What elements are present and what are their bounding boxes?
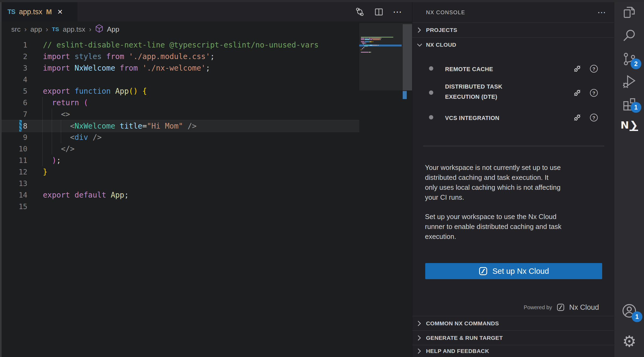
- code-line[interactable]: 9 <div />: [2, 132, 359, 143]
- setup-nx-cloud-button[interactable]: Set up Nx Cloud: [425, 263, 602, 279]
- explorer-icon[interactable]: [621, 4, 637, 20]
- code-line[interactable]: 8 <NxWelcome title="Hi Mom" />: [2, 120, 359, 132]
- line-number[interactable]: 1: [2, 41, 27, 49]
- code-line[interactable]: 11 );: [2, 155, 359, 166]
- chevron-down-icon: [416, 41, 423, 48]
- status-dot: [429, 90, 433, 95]
- status-dot: [429, 115, 433, 119]
- vscode-window: TS app.tsx M ✕ ⋯: [0, 0, 644, 357]
- extensions-badge: 1: [631, 102, 641, 113]
- code-line[interactable]: 7 <>: [2, 108, 359, 120]
- connect-icon[interactable]: [572, 112, 582, 123]
- code-line[interactable]: 3import NxWelcome from './nx-welcome';: [2, 62, 359, 74]
- brand-label: Nx Cloud: [569, 303, 599, 312]
- gutter-modified-marker: [19, 120, 22, 132]
- editor-group: TS app.tsx M ✕ ⋯: [2, 2, 412, 357]
- setup-instructions-text: Set up your workspace to use the Nx Clou…: [425, 212, 610, 242]
- line-number[interactable]: 9: [2, 133, 27, 141]
- cloud-item-remote-cache: REMOTE CACHE: [445, 64, 493, 74]
- line-number[interactable]: 10: [2, 145, 27, 153]
- chevron-right-icon: [416, 347, 422, 355]
- line-number[interactable]: 13: [2, 179, 27, 188]
- settings-gear-icon[interactable]: ⚙: [621, 333, 637, 349]
- line-number[interactable]: 5: [2, 87, 27, 95]
- split-editor-icon[interactable]: [374, 7, 384, 17]
- breadcrumb-item-symbol[interactable]: App: [107, 25, 119, 34]
- divider: [423, 146, 604, 146]
- window-top-edge: [0, 0, 644, 2]
- section-nx-cloud[interactable]: NX CLOUD: [412, 37, 614, 52]
- breadcrumb-item-app[interactable]: app: [30, 25, 42, 34]
- line-number[interactable]: 11: [2, 156, 27, 165]
- nx-console-icon[interactable]: N❯: [621, 117, 637, 133]
- line-number[interactable]: 2: [2, 52, 27, 61]
- cloud-item-dte: DISTRIBUTED TASK EXECUTION (DTE): [445, 82, 502, 102]
- line-number[interactable]: 14: [2, 191, 27, 199]
- line-number[interactable]: 6: [2, 99, 27, 107]
- code-line[interactable]: 1// eslint-disable-next-line @typescript…: [2, 39, 359, 51]
- section-projects[interactable]: PROJECTS: [412, 23, 614, 37]
- chevron-right-icon: [416, 320, 422, 327]
- section-generate-run-target[interactable]: GENERATE & RUN TARGET: [412, 330, 614, 345]
- chevron-right-icon: ›: [89, 25, 91, 34]
- chevron-right-icon: [416, 334, 422, 342]
- connect-icon[interactable]: [572, 88, 582, 98]
- section-label: COMMON NX COMMANDS: [412, 320, 499, 327]
- close-icon[interactable]: ✕: [57, 8, 63, 16]
- chevron-right-icon: ›: [24, 25, 27, 34]
- editor-scrollbar[interactable]: [403, 2, 412, 357]
- run-debug-icon[interactable]: [621, 73, 637, 89]
- breadcrumb-item-src[interactable]: src: [11, 25, 21, 34]
- line-number[interactable]: 12: [2, 168, 27, 176]
- svg-text:?: ?: [593, 91, 595, 96]
- code-line[interactable]: 2import styles from './app.module.css';: [2, 51, 359, 62]
- code-line[interactable]: 10 </>: [2, 143, 359, 155]
- cloud-item-actions: ?: [572, 112, 599, 123]
- panel-header: NX CONSOLE ⋯: [412, 2, 614, 23]
- breadcrumb: src › app › TS app.tsx › App: [2, 21, 412, 37]
- code-line[interactable]: 4: [2, 74, 359, 85]
- nx-console-panel: NX CONSOLE ⋯ PROJECTS NX CLOUD REMOTE CA…: [412, 2, 614, 357]
- code-line[interactable]: 5export function App() {: [2, 85, 359, 97]
- search-icon[interactable]: [621, 28, 637, 44]
- workspace-status-text: Your workspace is not currently set up t…: [425, 163, 610, 202]
- more-actions-icon[interactable]: ⋯: [393, 9, 402, 14]
- help-icon[interactable]: ?: [589, 112, 599, 123]
- help-icon[interactable]: ?: [589, 88, 599, 98]
- typescript-icon: TS: [8, 8, 15, 16]
- more-actions-icon[interactable]: ⋯: [597, 2, 606, 23]
- open-changes-icon[interactable]: [355, 7, 365, 17]
- line-number[interactable]: 8: [2, 122, 27, 130]
- nx-cloud-logo: [478, 266, 488, 276]
- svg-text:?: ?: [593, 115, 595, 121]
- editor-toolbar: ⋯: [355, 2, 402, 21]
- powered-by-label: Powered by: [524, 304, 552, 311]
- section-help-and-feedback[interactable]: HELP AND FEEDBACK: [412, 345, 614, 357]
- cloud-item-actions: ?: [572, 88, 599, 98]
- chevron-right-icon: ›: [46, 25, 48, 34]
- line-number[interactable]: 3: [2, 64, 27, 72]
- modified-badge: M: [46, 8, 52, 16]
- tab-bar: TS app.tsx M ✕ ⋯: [2, 2, 412, 21]
- connect-icon[interactable]: [572, 64, 582, 74]
- help-icon[interactable]: ?: [589, 64, 599, 74]
- code-line[interactable]: 14export default App;: [2, 189, 359, 201]
- breadcrumb-item-file[interactable]: app.tsx: [63, 25, 85, 34]
- line-number[interactable]: 15: [2, 202, 27, 211]
- scrollbar-thumb[interactable]: [403, 24, 412, 90]
- code-line[interactable]: 15: [2, 201, 359, 212]
- code-line[interactable]: 12}: [2, 166, 359, 178]
- button-label: Set up Nx Cloud: [492, 267, 549, 276]
- svg-text:?: ?: [593, 67, 595, 72]
- cloud-item-actions: ?: [572, 64, 599, 74]
- overview-modified-marker: [403, 91, 407, 99]
- line-number[interactable]: 7: [2, 110, 27, 118]
- code-line[interactable]: 6 return (: [2, 97, 359, 108]
- typescript-icon: TS: [52, 26, 59, 32]
- section-common-nx-commands[interactable]: COMMON NX COMMANDS: [412, 316, 614, 331]
- tab-app-tsx[interactable]: TS app.tsx M ✕: [2, 2, 77, 21]
- activity-bar: 2 1 N❯ 1 ⚙: [614, 2, 644, 357]
- line-number[interactable]: 4: [2, 75, 27, 84]
- status-dot: [429, 66, 433, 71]
- code-line[interactable]: 13: [2, 178, 359, 189]
